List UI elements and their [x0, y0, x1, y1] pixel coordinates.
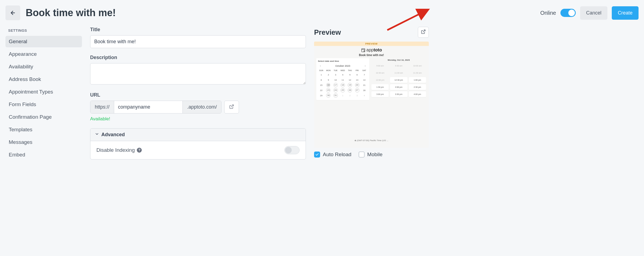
advanced-panel: Advanced Disable Indexing ? — [90, 128, 306, 159]
time-slot: 11:00 am — [390, 70, 407, 76]
calendar-day: 4 — [339, 72, 346, 77]
calendar-day: 4 — [361, 93, 368, 98]
calendar-day: 29 — [318, 93, 324, 98]
calendar-day: 13 — [354, 78, 360, 82]
time-slot: 11:30 am — [409, 70, 426, 76]
sidebar-item-appearance[interactable]: Appearance — [5, 48, 82, 60]
title-input[interactable] — [90, 35, 306, 48]
time-slot: 3:30 pm — [390, 91, 407, 97]
calendar-day: 6 — [354, 72, 360, 77]
sidebar-item-address-book[interactable]: Address Book — [5, 74, 82, 85]
brand-light: app — [367, 48, 374, 52]
help-icon[interactable]: ? — [137, 148, 142, 153]
description-label: Description — [90, 55, 306, 60]
calendar-day: 16 — [326, 83, 330, 87]
url-input[interactable] — [114, 101, 182, 113]
calendar-day: 18 — [341, 83, 345, 87]
sidebar-item-form-fields[interactable]: Form Fields — [5, 99, 82, 110]
advanced-toggle[interactable]: Advanced — [90, 129, 306, 141]
open-preview-button[interactable] — [418, 27, 429, 38]
toggle-knob — [285, 147, 292, 153]
external-link-icon — [229, 104, 234, 110]
time-slot: 3:00 pm — [371, 91, 389, 97]
auto-reload-checkbox[interactable] — [314, 152, 320, 158]
sidebar-item-appointment-types[interactable]: Appointment Types — [5, 86, 82, 98]
calendar-day: 9 — [325, 78, 332, 82]
mobile-row[interactable]: Mobile — [359, 152, 383, 158]
preview-timezone-text: (GMT-07:00) Pacific Time (US ... — [357, 139, 388, 142]
preview-calendar: Select date and time ‹ October 2023 › SU… — [316, 58, 369, 100]
calendar-day: 2 — [325, 72, 332, 77]
svg-line-2 — [423, 30, 425, 32]
sidebar-item-confirmation-page[interactable]: Confirmation Page — [5, 111, 82, 123]
calendar-day: 14 — [361, 78, 368, 82]
calendar-dow: WED — [339, 69, 346, 72]
description-input[interactable] — [90, 63, 306, 85]
preview-title: Preview — [314, 28, 341, 37]
prev-month-icon: ‹ — [318, 64, 322, 68]
calendar-day: 31 — [333, 93, 338, 98]
calendar-day: 1 — [318, 72, 324, 77]
create-button[interactable]: Create — [612, 6, 639, 20]
preview-banner: PREVIEW — [314, 42, 429, 46]
sidebar-item-templates[interactable]: Templates — [5, 124, 82, 135]
preview-times: Monday, Oct 16, 2023 9:00 am9:30 am10:00… — [371, 58, 427, 100]
online-toggle[interactable] — [560, 9, 576, 17]
calendar-day: 5 — [347, 72, 353, 77]
calendar-dow: SAT — [361, 69, 368, 72]
time-slot: 1:00 pm — [409, 77, 426, 83]
auto-reload-label: Auto Reload — [323, 152, 351, 158]
sidebar-item-embed[interactable]: Embed — [5, 149, 82, 161]
preview-column: Preview PREVIEW — [314, 27, 429, 158]
mobile-checkbox[interactable] — [359, 152, 365, 158]
disable-indexing-text: Disable Indexing — [96, 147, 135, 153]
calendar-icon — [361, 48, 365, 52]
time-slot: 1:30 pm — [371, 84, 389, 90]
chevron-down-icon — [95, 132, 99, 138]
calendar-day: 23 — [326, 88, 330, 92]
sidebar-item-availability[interactable]: Availability — [5, 61, 82, 72]
settings-sidebar: SETTINGS General Appearance Availability… — [5, 27, 82, 162]
time-slot: 4:00 pm — [409, 91, 426, 97]
preview-date-heading: Monday, Oct 16, 2023 — [371, 58, 427, 63]
calendar-dow: SUN — [318, 69, 324, 72]
back-button[interactable] — [5, 5, 20, 20]
disable-indexing-toggle[interactable] — [284, 146, 300, 154]
title-label: Title — [90, 27, 306, 33]
advanced-label: Advanced — [101, 132, 125, 138]
calendar-dow: THU — [347, 69, 353, 72]
brand-bold: toto — [374, 48, 382, 52]
calendar-day: 11 — [339, 78, 346, 82]
calendar-grid: SUNMONTUEWEDTHUFRISAT1234567891011121314… — [317, 69, 369, 98]
sidebar-item-general[interactable]: General — [5, 36, 82, 47]
url-label: URL — [90, 92, 306, 98]
calendar-day: 27 — [355, 88, 359, 92]
time-slot: 9:30 am — [390, 63, 407, 69]
preview-page-title: Book time with me! — [314, 54, 429, 58]
sidebar-item-messages[interactable]: Messages — [5, 136, 82, 148]
calendar-day: 2 — [347, 93, 353, 98]
preview-logo: apptoto — [314, 46, 429, 54]
calendar-day: 20 — [355, 83, 359, 87]
page-title: Book time with me! — [26, 7, 540, 19]
auto-reload-row[interactable]: Auto Reload — [314, 152, 351, 158]
calendar-day: 12 — [347, 78, 353, 82]
calendar-dow: FRI — [354, 69, 360, 72]
calendar-day: 3 — [332, 72, 339, 77]
svg-point-7 — [364, 51, 365, 52]
toggle-knob — [568, 10, 575, 16]
sidebar-heading: SETTINGS — [5, 27, 82, 36]
svg-rect-5 — [362, 49, 365, 52]
time-slot: 10:00 am — [409, 63, 426, 69]
time-slot: 2:30 pm — [409, 84, 426, 90]
calendar-day: 17 — [333, 83, 338, 87]
url-open-button[interactable] — [224, 101, 239, 114]
calendar-day: 3 — [354, 93, 360, 98]
url-input-group: https:// .apptoto.com/ — [90, 101, 221, 114]
calendar-day: 30 — [326, 93, 330, 98]
preview-month-label: October 2023 — [335, 65, 350, 67]
calendar-day: 25 — [341, 88, 345, 92]
calendar-day: 19 — [348, 83, 352, 87]
cancel-button[interactable]: Cancel — [580, 6, 607, 20]
calendar-day: 21 — [361, 83, 368, 88]
